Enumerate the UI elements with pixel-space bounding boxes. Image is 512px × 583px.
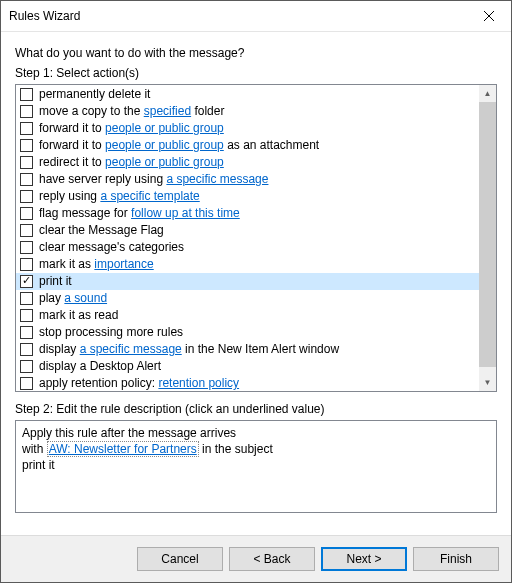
action-checkbox[interactable] bbox=[20, 275, 33, 288]
action-checkbox[interactable] bbox=[20, 207, 33, 220]
action-label: have server reply using a specific messa… bbox=[39, 171, 268, 188]
action-row[interactable]: forward it to people or public group bbox=[16, 120, 479, 137]
action-label: mark it as importance bbox=[39, 256, 154, 273]
action-checkbox[interactable] bbox=[20, 326, 33, 339]
action-checkbox[interactable] bbox=[20, 343, 33, 356]
action-row[interactable]: play a sound bbox=[16, 290, 479, 307]
action-link[interactable]: people or public group bbox=[105, 121, 224, 135]
action-checkbox[interactable] bbox=[20, 377, 33, 390]
action-link[interactable]: retention policy bbox=[158, 376, 239, 390]
action-checkbox[interactable] bbox=[20, 173, 33, 186]
action-link[interactable]: specified bbox=[144, 104, 191, 118]
action-row[interactable]: forward it to people or public group as … bbox=[16, 137, 479, 154]
action-link[interactable]: a specific message bbox=[166, 172, 268, 186]
action-row[interactable]: mark it as importance bbox=[16, 256, 479, 273]
action-link[interactable]: importance bbox=[94, 257, 153, 271]
action-row[interactable]: stop processing more rules bbox=[16, 324, 479, 341]
desc-line3: print it bbox=[22, 457, 490, 473]
action-row[interactable]: reply using a specific template bbox=[16, 188, 479, 205]
desc-line1: Apply this rule after the message arrive… bbox=[22, 425, 490, 441]
action-checkbox[interactable] bbox=[20, 139, 33, 152]
action-label: redirect it to people or public group bbox=[39, 154, 224, 171]
action-checkbox[interactable] bbox=[20, 190, 33, 203]
action-link[interactable]: a sound bbox=[64, 291, 107, 305]
action-checkbox[interactable] bbox=[20, 122, 33, 135]
step2-label: Step 2: Edit the rule description (click… bbox=[15, 402, 497, 416]
action-link[interactable]: follow up at this time bbox=[131, 206, 240, 220]
next-button[interactable]: Next > bbox=[321, 547, 407, 571]
scroll-thumb[interactable] bbox=[479, 102, 496, 367]
action-row[interactable]: apply retention policy: retention policy bbox=[16, 375, 479, 391]
close-icon bbox=[484, 11, 494, 21]
action-checkbox[interactable] bbox=[20, 292, 33, 305]
action-label: print it bbox=[39, 273, 72, 290]
action-label: play a sound bbox=[39, 290, 107, 307]
cancel-button[interactable]: Cancel bbox=[137, 547, 223, 571]
action-row[interactable]: permanently delete it bbox=[16, 86, 479, 103]
action-link[interactable]: a specific message bbox=[80, 342, 182, 356]
action-label: clear message's categories bbox=[39, 239, 184, 256]
action-label: clear the Message Flag bbox=[39, 222, 164, 239]
action-label: reply using a specific template bbox=[39, 188, 200, 205]
action-checkbox[interactable] bbox=[20, 88, 33, 101]
close-button[interactable] bbox=[466, 1, 511, 31]
finish-button[interactable]: Finish bbox=[413, 547, 499, 571]
action-row[interactable]: move a copy to the specified folder bbox=[16, 103, 479, 120]
action-link[interactable]: people or public group bbox=[105, 155, 224, 169]
action-label: mark it as read bbox=[39, 307, 118, 324]
action-label: permanently delete it bbox=[39, 86, 150, 103]
action-checkbox[interactable] bbox=[20, 224, 33, 237]
action-row[interactable]: display a Desktop Alert bbox=[16, 358, 479, 375]
titlebar: Rules Wizard bbox=[1, 1, 511, 32]
action-checkbox[interactable] bbox=[20, 105, 33, 118]
action-row[interactable]: clear message's categories bbox=[16, 239, 479, 256]
action-checkbox[interactable] bbox=[20, 360, 33, 373]
back-button[interactable]: < Back bbox=[229, 547, 315, 571]
action-label: display a specific message in the New It… bbox=[39, 341, 339, 358]
action-row[interactable]: clear the Message Flag bbox=[16, 222, 479, 239]
subject-value-link[interactable]: AW: Newsletter for Partners bbox=[47, 441, 199, 457]
action-label: display a Desktop Alert bbox=[39, 358, 161, 375]
actions-listbox: permanently delete itmove a copy to the … bbox=[15, 84, 497, 392]
action-checkbox[interactable] bbox=[20, 156, 33, 169]
actions-list[interactable]: permanently delete itmove a copy to the … bbox=[16, 85, 479, 391]
step1-label: Step 1: Select action(s) bbox=[15, 66, 497, 80]
action-link[interactable]: people or public group bbox=[105, 138, 224, 152]
action-checkbox[interactable] bbox=[20, 309, 33, 322]
action-label: flag message for follow up at this time bbox=[39, 205, 240, 222]
rules-wizard-window: Rules Wizard What do you want to do with… bbox=[0, 0, 512, 583]
action-row[interactable]: mark it as read bbox=[16, 307, 479, 324]
desc-line2: with AW: Newsletter for Partners in the … bbox=[22, 441, 490, 457]
wizard-heading: What do you want to do with the message? bbox=[15, 46, 497, 60]
action-row[interactable]: redirect it to people or public group bbox=[16, 154, 479, 171]
button-row: Cancel < Back Next > Finish bbox=[1, 535, 511, 582]
window-title: Rules Wizard bbox=[9, 9, 466, 23]
action-link[interactable]: a specific template bbox=[100, 189, 199, 203]
action-row[interactable]: print it bbox=[16, 273, 479, 290]
wizard-content: What do you want to do with the message?… bbox=[1, 32, 511, 535]
action-row[interactable]: have server reply using a specific messa… bbox=[16, 171, 479, 188]
action-checkbox[interactable] bbox=[20, 258, 33, 271]
action-row[interactable]: display a specific message in the New It… bbox=[16, 341, 479, 358]
action-label: move a copy to the specified folder bbox=[39, 103, 224, 120]
rule-description-box: Apply this rule after the message arrive… bbox=[15, 420, 497, 513]
action-label: stop processing more rules bbox=[39, 324, 183, 341]
scroll-up-icon[interactable]: ▲ bbox=[479, 85, 496, 102]
scroll-down-icon[interactable]: ▼ bbox=[479, 374, 496, 391]
action-label: apply retention policy: retention policy bbox=[39, 375, 239, 391]
action-label: forward it to people or public group as … bbox=[39, 137, 319, 154]
action-row[interactable]: flag message for follow up at this time bbox=[16, 205, 479, 222]
action-label: forward it to people or public group bbox=[39, 120, 224, 137]
action-checkbox[interactable] bbox=[20, 241, 33, 254]
scrollbar[interactable]: ▲ ▼ bbox=[479, 85, 496, 391]
